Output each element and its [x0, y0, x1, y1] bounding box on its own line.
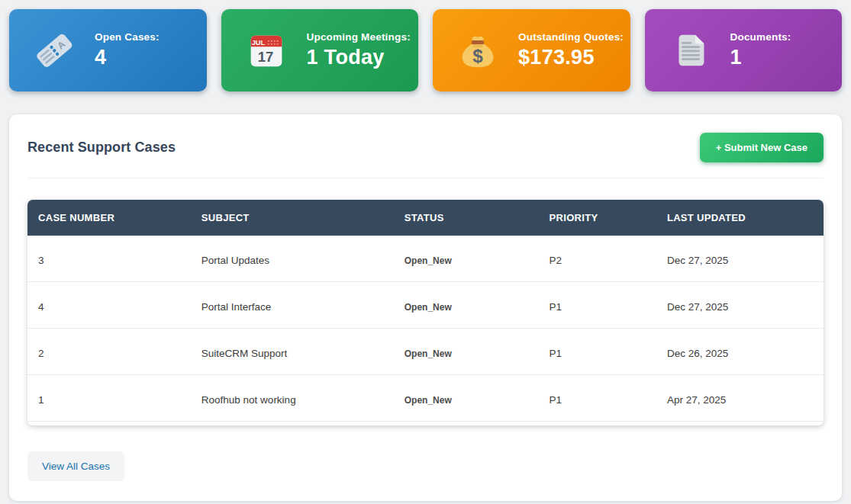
- upcoming-meetings-value: 1 Today: [307, 46, 411, 69]
- subject-cell: Portal Updates: [191, 239, 394, 282]
- outstanding-quotes-value: $173.95: [518, 46, 624, 69]
- panel-title: Recent Support Cases: [27, 140, 176, 156]
- view-all-cases-button[interactable]: View All Cases: [27, 451, 124, 481]
- open-cases-value: 4: [95, 46, 160, 69]
- divider: [27, 178, 824, 178]
- subject-cell: Portal Interface: [191, 286, 394, 329]
- documents-value: 1: [730, 46, 791, 69]
- last-updated-cell: Dec 27, 2025: [656, 239, 824, 282]
- status-cell: Open_New: [394, 239, 539, 282]
- cases-table-header-row: CASE NUMBER SUBJECT STATUS PRIORITY LAST…: [27, 200, 824, 236]
- submit-new-case-button[interactable]: + Submit New Case: [700, 133, 824, 162]
- documents-label: Documents:: [730, 31, 791, 43]
- documents-card[interactable]: Documents: 1: [645, 9, 843, 91]
- status-cell: Open_New: [394, 332, 539, 375]
- last-updated-cell: Dec 26, 2025: [656, 332, 824, 375]
- document-icon: [666, 27, 714, 74]
- col-header-case-number: CASE NUMBER: [27, 200, 191, 236]
- status-cell: Open_New: [394, 379, 539, 422]
- case-number-cell: 3: [27, 239, 191, 282]
- case-number-cell: 1: [27, 379, 191, 422]
- case-number-cell: 2: [27, 332, 191, 375]
- case-row[interactable]: 2 SuiteCRM Support Open_New P1 Dec 26, 2…: [27, 332, 824, 375]
- ticket-icon: A: [31, 27, 78, 74]
- last-updated-cell: Dec 27, 2025: [656, 286, 824, 329]
- subject-cell: SuiteCRM Support: [191, 332, 394, 375]
- priority-cell: P1: [539, 332, 656, 375]
- stat-cards-row: A Open Cases: 4 JUL 17 Upcoming Meetings: [9, 9, 842, 91]
- subject-cell: Roofhub not working: [191, 379, 394, 422]
- calendar-icon: JUL 17: [243, 27, 290, 74]
- dashboard-page: A Open Cases: 4 JUL 17 Upcoming Meetings: [0, 0, 851, 504]
- col-header-priority: PRIORITY: [539, 200, 656, 236]
- priority-cell: P1: [539, 286, 656, 329]
- recent-cases-panel: Recent Support Cases + Submit New Case C…: [9, 114, 842, 501]
- svg-text:17: 17: [257, 49, 272, 65]
- open-cases-card[interactable]: A Open Cases: 4: [9, 9, 207, 91]
- outstanding-quotes-card[interactable]: $ Outstanding Quotes: $173.95: [433, 9, 630, 91]
- money-bag-icon: $: [454, 27, 501, 74]
- case-row[interactable]: 1 Roofhub not working Open_New P1 Apr 27…: [27, 379, 824, 422]
- last-updated-cell: Apr 27, 2025: [656, 379, 824, 422]
- case-row[interactable]: 4 Portal Interface Open_New P1 Dec 27, 2…: [27, 286, 824, 329]
- svg-text:JUL: JUL: [251, 39, 265, 47]
- priority-cell: P2: [539, 239, 656, 282]
- col-header-subject: SUBJECT: [191, 200, 394, 236]
- col-header-last-updated: LAST UPDATED: [656, 200, 824, 236]
- svg-text:$: $: [472, 46, 483, 66]
- outstanding-quotes-label: Outstanding Quotes:: [518, 31, 624, 43]
- upcoming-meetings-label: Upcoming Meetings:: [307, 31, 411, 43]
- col-header-status: STATUS: [394, 200, 539, 236]
- upcoming-meetings-card[interactable]: JUL 17 Upcoming Meetings: 1 Today: [221, 9, 419, 91]
- case-number-cell: 4: [27, 286, 191, 329]
- open-cases-label: Open Cases:: [95, 31, 160, 43]
- cases-table-body: 3 Portal Updates Open_New P2 Dec 27, 202…: [27, 239, 824, 422]
- priority-cell: P1: [539, 379, 656, 422]
- case-row[interactable]: 3 Portal Updates Open_New P2 Dec 27, 202…: [27, 239, 824, 282]
- status-cell: Open_New: [394, 286, 539, 329]
- cases-table: CASE NUMBER SUBJECT STATUS PRIORITY LAST…: [27, 200, 824, 425]
